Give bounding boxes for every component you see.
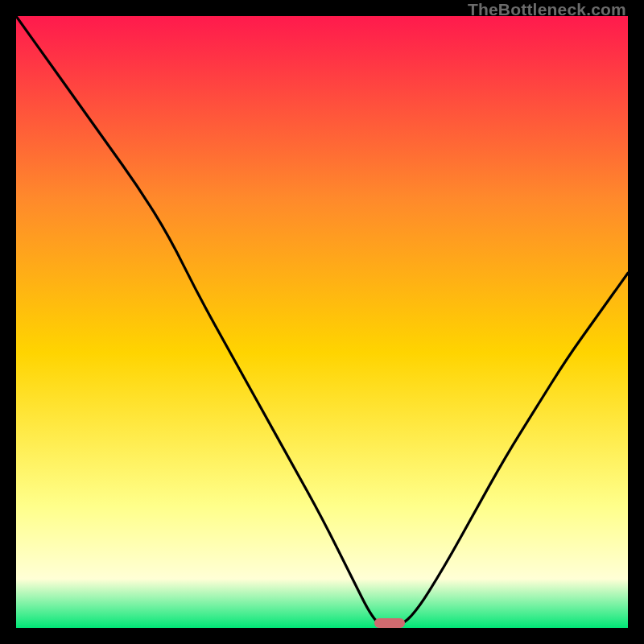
plot-area <box>16 16 628 628</box>
watermark-text: TheBottleneck.com <box>468 0 626 19</box>
chart-frame: TheBottleneck.com <box>0 0 644 644</box>
bottleneck-curve <box>16 16 628 628</box>
optimum-marker <box>374 618 405 628</box>
